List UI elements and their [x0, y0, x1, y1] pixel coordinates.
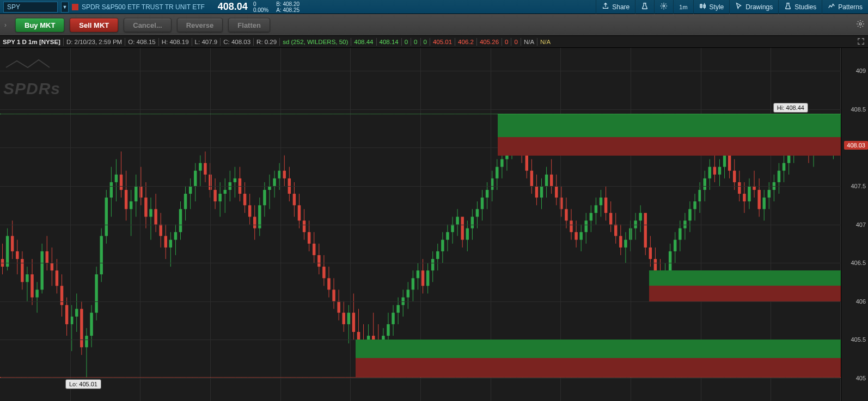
svg-rect-297	[728, 156, 731, 171]
svg-rect-263	[644, 213, 647, 247]
expand-chart-icon[interactable]	[857, 38, 865, 46]
svg-rect-197	[481, 198, 484, 209]
ohlc-bar: SPY 1 D 1m [NYSE] D: 2/10/23, 2:59 PM O:…	[0, 36, 868, 48]
svg-rect-113	[273, 178, 276, 186]
svg-rect-77	[184, 194, 187, 209]
svg-rect-29	[65, 305, 68, 324]
svg-rect-175	[426, 270, 429, 286]
svg-rect-303	[743, 194, 745, 201]
svg-rect-305	[748, 186, 750, 201]
svg-rect-309	[757, 190, 760, 209]
svg-rect-239	[585, 220, 588, 232]
y-tick-label: 407.5	[851, 183, 866, 189]
zone-lower	[649, 286, 841, 301]
zone-lower	[356, 358, 841, 377]
svg-rect-91	[218, 194, 221, 201]
svg-rect-53	[125, 190, 127, 209]
actionbar-settings[interactable]	[856, 20, 865, 30]
buy-button[interactable]: Buy MKT	[15, 18, 64, 32]
svg-rect-277	[678, 229, 681, 240]
svg-rect-161	[392, 313, 394, 324]
svg-rect-235	[574, 232, 577, 240]
svg-rect-81	[194, 171, 197, 186]
style-button[interactable]: Style	[693, 0, 730, 14]
sell-button[interactable]: Sell MKT	[70, 18, 118, 32]
chart-header: SPY 1 D 1m [NYSE]	[0, 39, 63, 45]
drawings-button[interactable]: Drawings	[729, 0, 778, 14]
chart-area[interactable]: SPDRs Hi: 408.44Lo: 405.01 409408.540840…	[0, 48, 868, 401]
svg-rect-133	[322, 267, 325, 278]
svg-rect-219	[535, 186, 538, 198]
y-tick-label: 405.5	[851, 336, 866, 343]
expand-left-icon[interactable]: ›	[4, 21, 10, 29]
share-label: Share	[612, 3, 629, 11]
svg-rect-153	[372, 336, 375, 340]
svg-rect-193	[471, 217, 474, 228]
svg-rect-109	[263, 190, 266, 205]
symbol-dropdown[interactable]: ▼	[61, 2, 69, 13]
svg-rect-307	[753, 186, 755, 190]
svg-rect-169	[412, 278, 414, 289]
y-axis[interactable]: 409408.5408407.5407406.5406405.5405408.0…	[841, 48, 868, 401]
svg-rect-17	[35, 289, 38, 297]
svg-rect-203	[496, 167, 498, 178]
reverse-button[interactable]: Reverse	[177, 18, 223, 32]
svg-rect-253	[619, 236, 622, 248]
svg-rect-245	[600, 198, 602, 205]
svg-rect-295	[723, 156, 726, 167]
svg-rect-51	[120, 175, 123, 190]
gear-icon	[856, 21, 865, 30]
zone-lower	[498, 137, 841, 156]
svg-point-0	[663, 5, 665, 7]
y-tick-label: 407	[856, 221, 866, 228]
study-rval-3: 405.26	[477, 39, 502, 45]
studies-icon	[784, 2, 792, 11]
study-zero-2: 0	[411, 39, 420, 45]
ohlc-close: C: 408.03	[221, 39, 253, 45]
study-zero-3: 0	[421, 39, 430, 45]
svg-rect-67	[159, 225, 162, 236]
svg-rect-299	[733, 171, 736, 182]
svg-rect-183	[446, 232, 449, 240]
svg-rect-75	[179, 209, 182, 232]
patterns-icon	[828, 2, 835, 11]
y-tick-label: 409	[856, 67, 866, 74]
y-tick-label: 406.5	[851, 260, 866, 266]
svg-rect-21	[46, 251, 48, 263]
drawings-label: Drawings	[745, 3, 773, 11]
settings-button[interactable]	[654, 0, 673, 14]
high-line	[0, 114, 841, 114]
svg-rect-65	[154, 209, 157, 224]
svg-rect-49	[115, 175, 118, 182]
symbol-input[interactable]: SPY	[3, 2, 58, 13]
patterns-button[interactable]: Patterns	[822, 0, 868, 14]
svg-rect-83	[199, 163, 201, 171]
timeframe-label: 1m	[679, 4, 687, 10]
svg-rect-43	[100, 236, 102, 275]
svg-rect-163	[396, 305, 399, 313]
cancel-button[interactable]: Cancel...	[124, 18, 171, 32]
svg-rect-187	[456, 217, 459, 224]
timeframe-button[interactable]: 1m	[673, 0, 693, 14]
svg-rect-247	[604, 198, 607, 213]
study-rval-2: 406.2	[455, 39, 476, 45]
low-marker: Lo: 405.01	[65, 379, 101, 389]
y-tick-label: 405	[856, 375, 866, 381]
svg-rect-317	[778, 171, 780, 182]
share-button[interactable]: Share	[596, 0, 635, 14]
svg-rect-195	[476, 209, 479, 217]
svg-rect-255	[624, 240, 627, 248]
svg-rect-205	[500, 159, 503, 167]
svg-rect-231	[565, 209, 567, 220]
svg-rect-131	[317, 255, 320, 267]
svg-rect-73	[174, 232, 177, 240]
beaker-button[interactable]	[635, 0, 654, 14]
flatten-button[interactable]: Flatten	[228, 18, 270, 32]
svg-rect-189	[461, 217, 463, 239]
studies-button[interactable]: Studies	[778, 0, 822, 14]
svg-rect-223	[545, 175, 548, 186]
svg-rect-123	[298, 205, 301, 220]
svg-rect-275	[674, 240, 676, 251]
svg-rect-129	[313, 244, 315, 255]
ohlc-date: D: 2/10/23, 2:59 PM	[64, 39, 125, 45]
